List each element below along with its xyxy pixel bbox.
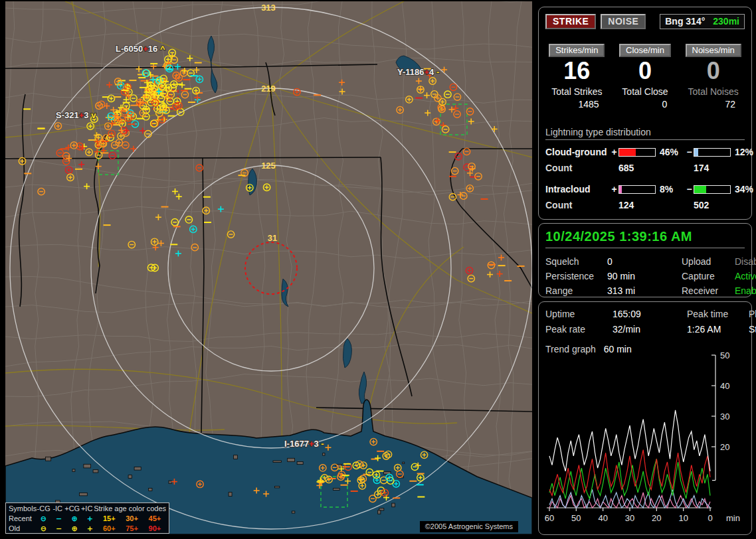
ic-negative-count: 502 — [694, 200, 745, 210]
ic-positive-bar — [618, 185, 656, 194]
trend-series--IC — [549, 459, 710, 499]
persistence-value: 90 min — [607, 271, 682, 281]
circled-plus-icon: ⊕ — [66, 524, 82, 534]
close-per-min-value: 0 — [614, 58, 677, 84]
y-tick-label: 50 — [720, 350, 729, 360]
plus-icon: + — [82, 514, 98, 524]
trend-series-+CG — [549, 450, 710, 496]
strikes-per-min-header[interactable]: Strikes/min — [549, 44, 605, 57]
range-ring-label-125: 125 — [261, 161, 276, 171]
minus-icon: − — [51, 524, 66, 534]
range-ring-label-219: 219 — [261, 84, 276, 94]
app-window: 31321912531L-6050+16 ^S-321+3 vY-1186+4 … — [0, 0, 756, 539]
intracloud-count-row: Count 124 502 — [545, 200, 745, 210]
legend-symbols-header: Symbols — [9, 504, 37, 514]
legend-col-neg-ic: -IC — [50, 504, 64, 514]
x-tick-label: 0 — [708, 513, 712, 523]
cg-positive-bar — [618, 148, 656, 157]
legend-col-pos-ic: +IC — [80, 504, 94, 514]
x-tick-label: 10 — [678, 513, 688, 523]
x-tick-label: 60 — [545, 513, 554, 523]
upload-status: Disabled — [735, 256, 756, 267]
strike-mode-button[interactable]: STRIKE — [545, 14, 596, 29]
minus-sign: − — [685, 147, 694, 157]
capture-status: Active — [735, 271, 756, 281]
circled-minus-icon: ⊖ — [36, 514, 51, 524]
strikes-per-min-value: 16 — [545, 58, 609, 84]
plot-mode-value: Strike — [749, 324, 756, 335]
squelch-label: Squelch — [545, 256, 607, 267]
age-badge-45: 45+ — [143, 514, 166, 524]
x-tick-label: 30 — [625, 513, 634, 523]
x-tick-label: 50 — [571, 513, 581, 523]
cloud-ground-row: Cloud-ground + 46% − 12% — [545, 147, 745, 157]
total-strikes-label: Total Strikes — [545, 86, 609, 97]
storm-cell-label-Y-1186: Y-1186+4 - — [397, 67, 439, 77]
cg-positive-pct: 46% — [657, 147, 685, 157]
squelch-value: 0 — [607, 256, 682, 267]
receiver-label: Receiver — [682, 285, 735, 296]
legend-recent-label: Recent — [9, 514, 36, 524]
age-badge-15: 15+ — [98, 514, 120, 524]
peak-rate-label: Peak rate — [545, 324, 613, 335]
total-noises-label: Total Noises — [682, 86, 745, 97]
trend-series-+IC — [549, 493, 710, 508]
ic-negative-pct: 34% — [732, 184, 756, 194]
bearing-distance: 230mi — [713, 16, 739, 27]
legend-old-row: Old ⊖ − ⊕ + 60+ 75+ 90+ — [9, 524, 166, 534]
trend-series-Total strikes — [549, 410, 710, 471]
cloud-ground-label: Cloud-ground — [545, 147, 610, 157]
uptime-label: Uptime — [545, 309, 613, 319]
ic-positive-count: 124 — [618, 200, 694, 210]
distribution-title: Lightning type distribution — [545, 127, 745, 140]
persistence-label: Persistence — [545, 271, 607, 281]
count-label: Count — [545, 200, 618, 210]
map-legend: Symbols -CG -IC +CG +IC Strike age color… — [5, 502, 169, 534]
age-badge-75: 75+ — [120, 524, 143, 534]
minus-icon: − — [51, 514, 66, 524]
bearing-value: Bng 314° — [665, 16, 705, 27]
x-axis-unit: min — [726, 513, 740, 523]
noises-per-min-counter: Noises/min 0 Total Noises 72 — [682, 44, 745, 110]
lightning-map[interactable]: 31321912531L-6050+16 ^S-321+3 vY-1186+4 … — [5, 1, 532, 534]
range-value: 313 mi — [607, 285, 682, 296]
x-tick-label: 20 — [652, 513, 661, 523]
receiver-status: Enabled — [735, 285, 756, 296]
y-tick-label: 40 — [720, 381, 729, 391]
trend-panel: Uptime 165:09 Peak time Plot Peak rate 3… — [538, 301, 752, 535]
map-area: 31321912531L-6050+16 ^S-321+3 vY-1186+4 … — [5, 1, 532, 534]
capture-label: Capture — [682, 271, 735, 281]
total-noises-value: 72 — [682, 99, 745, 110]
peak-rate-value: 32/min — [613, 324, 687, 335]
trend-chart: 504030206050403020100min — [541, 348, 749, 533]
noise-mode-button[interactable]: NOISE — [601, 14, 646, 29]
close-per-min-counter: Close/min 0 Total Close 0 — [614, 44, 677, 110]
intracloud-label: Intracloud — [545, 184, 610, 194]
legend-recent-row: Recent ⊖ − ⊕ + 15+ 30+ 45+ — [9, 514, 166, 524]
strikes-per-min-counter: Strikes/min 16 Total Strikes 1485 — [545, 44, 609, 110]
circled-plus-icon: ⊕ — [66, 514, 82, 524]
peak-time-label: Peak time — [687, 309, 749, 319]
total-strikes-value: 1485 — [545, 99, 609, 110]
cg-negative-count: 174 — [694, 163, 745, 173]
cg-negative-pct: 12% — [732, 147, 756, 157]
cloud-ground-count-row: Count 685 174 — [545, 163, 745, 173]
ic-negative-bar — [694, 185, 731, 194]
uptime-value: 165:09 — [613, 309, 687, 319]
plus-sign: + — [610, 147, 618, 157]
close-per-min-header[interactable]: Close/min — [619, 44, 671, 57]
storm-cell-label-I-1677: I-1677+3 - — [284, 439, 324, 449]
age-badge-30: 30+ — [120, 514, 143, 524]
range-label: Range — [545, 285, 607, 296]
count-label: Count — [545, 163, 618, 173]
plus-icon: + — [82, 524, 98, 534]
upload-label: Upload — [682, 256, 735, 267]
noises-per-min-header[interactable]: Noises/min — [686, 44, 741, 57]
total-close-label: Total Close — [614, 86, 677, 97]
intracloud-row: Intracloud + 8% − 34% — [545, 184, 745, 194]
range-ring-label-313: 313 — [261, 3, 276, 13]
legend-old-label: Old — [9, 524, 36, 534]
cg-positive-count: 685 — [618, 163, 694, 173]
copyright-text: ©2005 Astrogenic Systems — [420, 521, 518, 532]
cg-negative-bar — [694, 148, 731, 157]
